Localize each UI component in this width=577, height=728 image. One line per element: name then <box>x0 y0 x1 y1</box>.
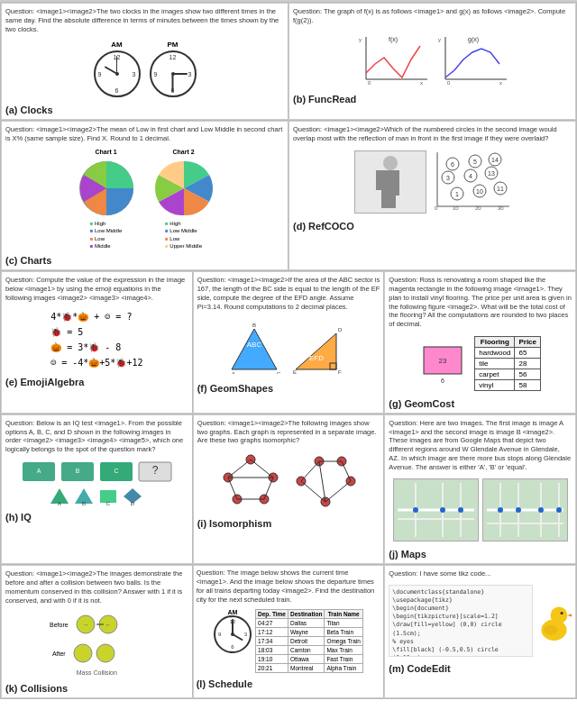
geomshapes-label: (f) GeomShapes <box>197 383 273 394</box>
svg-text:A: A <box>58 501 61 505</box>
after-label: After <box>52 651 66 657</box>
tick-9: 9 <box>98 71 102 77</box>
iq-label: (h) IQ <box>5 512 32 523</box>
tick-3: 3 <box>133 71 136 77</box>
svg-text:6: 6 <box>441 378 444 384</box>
svg-point-13 <box>383 156 398 170</box>
iq-question: Question: Below is an IQ test <image1>. … <box>5 419 188 454</box>
svg-text:13: 13 <box>488 170 495 177</box>
dest-2: Wayne <box>288 628 324 637</box>
svg-point-101 <box>440 507 445 513</box>
svg-text:y: y <box>359 37 362 42</box>
col-flooring: Flooring <box>475 336 515 347</box>
mass-labels: Mass Collision <box>77 669 117 676</box>
collision-after-svg <box>69 641 142 666</box>
chart1-box: Chart 1 <box>70 149 142 250</box>
geomshapes-svg2: EFD E F D <box>291 320 350 374</box>
schedule-table-body: 04:27 Dallas Titan 17:12 Wayne Beta Trai… <box>256 619 363 673</box>
am-center-dot <box>115 72 119 76</box>
dep-3: 17:34 <box>256 637 288 646</box>
refcoco-scatter: 6 5 14 3 4 13 1 10 <box>430 150 511 214</box>
cell-geomshapes: Question: <image1><image2>If the area of… <box>193 271 385 414</box>
svg-text:11: 11 <box>497 186 504 192</box>
dest-6: Montreal <box>288 664 324 673</box>
iq-opt-d: D <box>122 486 144 505</box>
schedule-am-label: AM <box>228 609 238 615</box>
clocks-images: AM 12 3 6 9 PM <box>94 41 197 97</box>
schedule-label: (l) Schedule <box>197 678 252 689</box>
price-hardwood: 65 <box>515 347 541 358</box>
duck-svg <box>536 592 572 651</box>
isomorphism-graphs <box>217 452 360 511</box>
svg-text:B: B <box>252 323 256 328</box>
col-price: Price <box>515 336 541 347</box>
dest-1: Dallas <box>288 619 324 628</box>
svg-text:B: B <box>82 501 86 505</box>
svg-text:ABC: ABC <box>247 341 262 349</box>
cell-collisions: Question: <image1><image2>The images dem… <box>1 565 193 698</box>
funcread-graph2: g(x) 0 x y <box>436 32 508 86</box>
emojialgebra-label: (e) EmojiAlgebra <box>5 377 84 387</box>
flooring-carpet: carpet <box>475 369 515 379</box>
svg-text:20: 20 <box>475 205 481 211</box>
charts-images: Chart 1 <box>70 149 220 250</box>
pie-chart-1 <box>70 157 142 220</box>
train-3: Omega Train <box>325 637 363 646</box>
svg-text:←: ← <box>105 622 111 628</box>
clock-am: AM 12 3 6 9 <box>94 41 141 97</box>
dep-6: 20:21 <box>256 664 288 673</box>
svg-text:x: x <box>499 80 502 86</box>
schedule-row-6: 20:21 Montreal Alpha Train <box>256 664 363 673</box>
flooring-hardwood: hardwood <box>475 347 515 358</box>
schedule-header-row: Dep. Time Destination Train Name <box>256 610 363 619</box>
clock-pm: PM 12 3 6 9 <box>150 41 197 97</box>
svg-point-110 <box>516 507 521 513</box>
svg-text:E: E <box>293 369 297 374</box>
sched-tick-6: 6 <box>231 644 234 650</box>
dest-4: Camton <box>288 646 324 655</box>
cell-charts: Question: <image1><image2>The mean of Lo… <box>1 121 288 270</box>
svg-text:→: → <box>82 622 88 628</box>
svg-line-81 <box>264 478 273 499</box>
schedule-row-1: 04:27 Dallas Titan <box>256 619 363 628</box>
cell-emojialgebra: Question: Compute the value of the expre… <box>1 271 193 414</box>
legend2-item-4: ■ Upper Middle <box>165 242 202 250</box>
schedule-clock-wrap: AM 12 3 6 9 <box>214 609 252 653</box>
svg-marker-43 <box>232 329 277 369</box>
svg-text:D: D <box>131 501 135 505</box>
am-clock: 12 3 6 9 <box>94 50 141 97</box>
code-line-5: \draw[fill=yellow] (0,0) circle (1.5cm); <box>392 621 529 637</box>
collisions-question: Question: <image1><image2>The images dem… <box>5 569 188 605</box>
refcoco-images: 6 5 14 3 4 13 1 10 <box>354 150 511 214</box>
svg-point-124 <box>544 624 558 634</box>
pm-minute-hand <box>172 74 174 92</box>
col-destination: Destination <box>288 610 324 619</box>
geomcost-table: Flooring Price hardwood 65 tile 28 carpe… <box>474 336 541 391</box>
geomshapes-images: ABC A C B EFD E F D <box>227 320 350 374</box>
train-5: Fast Train <box>325 655 363 664</box>
isomorphism-question: Question: <image1><image2>The following … <box>197 419 380 445</box>
dest-5: Ottawa <box>288 655 324 664</box>
code-line-1: \documentclass{standalone} <box>392 588 529 596</box>
svg-text:0: 0 <box>368 80 371 86</box>
svg-text:f(x): f(x) <box>389 36 398 43</box>
svg-point-111 <box>538 507 544 513</box>
schedule-table: Dep. Time Destination Train Name 04:27 D… <box>255 609 363 673</box>
svg-point-100 <box>413 507 418 513</box>
svg-text:0: 0 <box>447 80 451 86</box>
table-header-row: Flooring Price <box>475 336 541 347</box>
pm-label: PM <box>168 41 179 49</box>
refcoco-label: (d) RefCOCO <box>293 221 354 232</box>
svg-text:3: 3 <box>446 175 450 181</box>
svg-text:C: C <box>277 371 281 374</box>
svg-line-92 <box>325 481 351 502</box>
iso-graph-1 <box>217 452 285 511</box>
tick-6: 6 <box>115 87 119 94</box>
charts-label: (c) Charts <box>5 255 51 266</box>
clocks-label: (a) Clocks <box>5 105 53 115</box>
price-vinyl: 58 <box>515 379 541 390</box>
tick-9b: 9 <box>154 71 158 77</box>
svg-text:x: x <box>420 80 423 86</box>
chart1-legend: ■ High ■ Low Middle ■ Low ■ Middle <box>90 220 123 250</box>
iq-img-2: B <box>60 460 96 483</box>
